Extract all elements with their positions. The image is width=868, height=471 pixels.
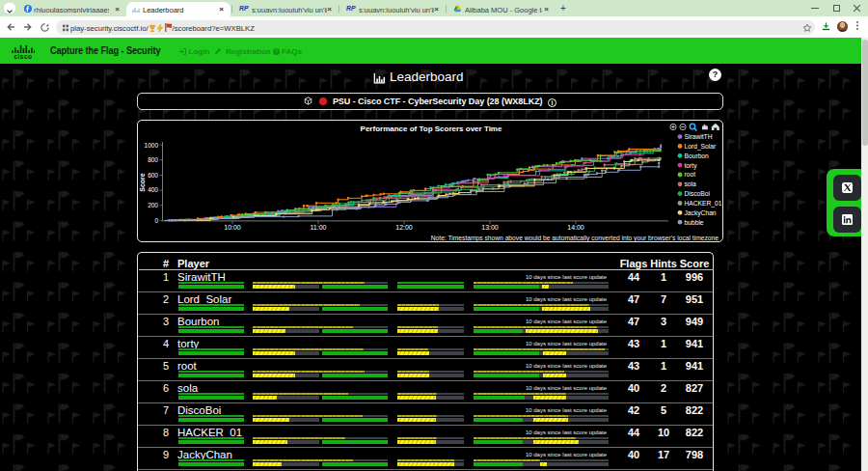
svg-text:600: 600 [148,172,158,179]
svg-text:Score: Score [139,173,146,192]
svg-text:Bourbon: Bourbon [685,152,710,159]
svg-text:800: 800 [148,156,158,163]
svg-text:14:00: 14:00 [567,224,584,231]
svg-text:sola: sola [685,180,697,187]
svg-text:13:00: 13:00 [481,224,499,231]
svg-text:cisco: cisco [14,52,32,59]
svg-text:Performance of Top Scorers ove: Performance of Top Scorers over Time [361,125,502,133]
svg-text:torty: torty [685,162,698,170]
svg-text:JackyChan: JackyChan [685,209,717,217]
svg-text:root: root [685,171,696,178]
svg-text:10:00: 10:00 [224,224,241,231]
svg-text:SirawitTH: SirawitTH [685,133,713,140]
svg-text:1000: 1000 [145,142,159,149]
svg-text:0: 0 [154,217,158,224]
svg-text:bubble: bubble [685,219,704,226]
svg-text:400: 400 [148,186,158,193]
svg-text:DiscoBoi: DiscoBoi [685,190,711,197]
svg-text:Note: Timestamps shown above w: Note: Timestamps shown above would be au… [431,235,719,242]
svg-text:11:00: 11:00 [311,224,327,231]
svg-text:12:00: 12:00 [395,224,413,231]
svg-text:Lord_Solar: Lord_Solar [685,143,717,151]
svg-text:200: 200 [148,202,158,208]
svg-text:HACKER_01: HACKER_01 [685,200,722,208]
